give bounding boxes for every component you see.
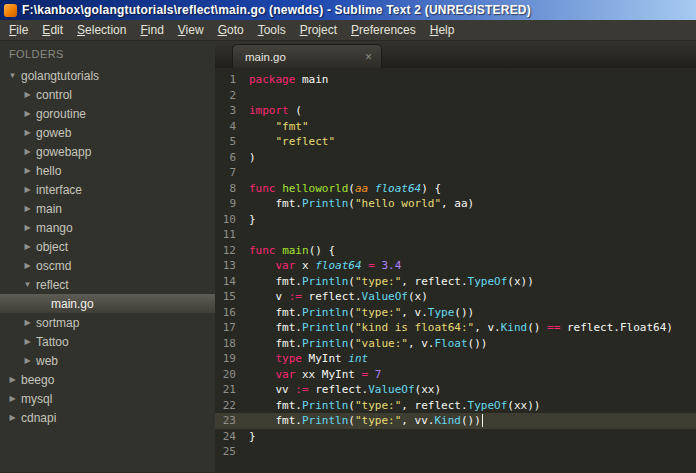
tree-item-web[interactable]: ▶web [0, 351, 215, 370]
code-text: fmt.Println("hello world", aa) [249, 196, 474, 212]
main-area: FOLDERS ▼golangtutorials▶control▶gorouti… [0, 41, 696, 472]
tree-item-cdnapi[interactable]: ▶cdnapi [0, 408, 215, 427]
code-line[interactable]: 25 [215, 444, 696, 460]
code-text: var xx MyInt = 7 [249, 367, 381, 383]
code-line[interactable]: 18 fmt.Println("value:", v.Float()) [215, 336, 696, 352]
code-line[interactable]: 13 var x float64 = 3.4 [215, 258, 696, 274]
triangle-right-icon[interactable]: ▶ [21, 356, 34, 365]
tree-item-label: control [36, 88, 72, 102]
line-number: 19 [215, 351, 249, 367]
code-line[interactable]: 20 var xx MyInt = 7 [215, 367, 696, 383]
tree-item-golangtutorials[interactable]: ▼golangtutorials [0, 66, 215, 85]
tree-item-goweb[interactable]: ▶goweb [0, 123, 215, 142]
triangle-right-icon[interactable]: ▶ [21, 204, 34, 213]
line-number: 8 [215, 181, 249, 197]
tab-main-go[interactable]: main.go × [232, 44, 382, 68]
code-line[interactable]: 8func helloworld(aa float64) { [215, 181, 696, 197]
tree-item-reflect[interactable]: ▼reflect [0, 275, 215, 294]
menu-item-help[interactable]: Help [423, 21, 462, 40]
triangle-down-icon[interactable]: ▼ [6, 71, 19, 80]
menu-item-file[interactable]: File [2, 21, 35, 40]
tree-item-label: cdnapi [21, 411, 56, 425]
menu-item-tools[interactable]: Tools [251, 21, 293, 40]
code-text: fmt.Println("type:", v.Type()) [249, 305, 474, 321]
tree-item-oscmd[interactable]: ▶oscmd [0, 256, 215, 275]
triangle-right-icon[interactable]: ▶ [21, 337, 34, 346]
triangle-right-icon[interactable]: ▶ [21, 128, 34, 137]
code-line[interactable]: 16 fmt.Println("type:", v.Type()) [215, 305, 696, 321]
menu-item-selection[interactable]: Selection [70, 21, 133, 40]
tree-item-gowebapp[interactable]: ▶gowebapp [0, 142, 215, 161]
code-line[interactable]: 9 fmt.Println("hello world", aa) [215, 196, 696, 212]
tree-item-tattoo[interactable]: ▶Tattoo [0, 332, 215, 351]
triangle-right-icon[interactable]: ▶ [6, 413, 19, 422]
tree-item-label: mysql [21, 392, 52, 406]
tree-item-goroutine[interactable]: ▶goroutine [0, 104, 215, 123]
title-bar[interactable]: F:\kanbox\golangtutorials\reflect\main.g… [0, 0, 696, 20]
triangle-right-icon[interactable]: ▶ [21, 109, 34, 118]
menu-item-project[interactable]: Project [293, 21, 344, 40]
tab-close-icon[interactable]: × [365, 51, 372, 63]
tree-item-object[interactable]: ▶object [0, 237, 215, 256]
code-line[interactable]: 21 vv := reflect.ValueOf(xx) [215, 382, 696, 398]
triangle-right-icon[interactable]: ▶ [21, 261, 34, 270]
menu-item-goto[interactable]: Goto [211, 21, 251, 40]
sublime-app-icon[interactable] [4, 4, 17, 17]
code-line[interactable]: 14 fmt.Println("type:", reflect.TypeOf(x… [215, 274, 696, 290]
code-text: func main() { [249, 243, 335, 259]
triangle-right-icon[interactable]: ▶ [21, 318, 34, 327]
tree-item-control[interactable]: ▶control [0, 85, 215, 104]
code-line[interactable]: 12func main() { [215, 243, 696, 259]
tree-item-label: hello [36, 164, 61, 178]
code-line[interactable]: 7 [215, 165, 696, 181]
line-number: 10 [215, 212, 249, 228]
code-line[interactable]: 19 type MyInt int [215, 351, 696, 367]
triangle-right-icon[interactable]: ▶ [6, 394, 19, 403]
triangle-right-icon[interactable]: ▶ [21, 223, 34, 232]
tree-item-main-go[interactable]: main.go [0, 294, 215, 313]
line-number: 22 [215, 398, 249, 414]
menu-item-edit[interactable]: Edit [35, 21, 70, 40]
tree-item-mango[interactable]: ▶mango [0, 218, 215, 237]
tree-item-hello[interactable]: ▶hello [0, 161, 215, 180]
triangle-right-icon[interactable]: ▶ [21, 242, 34, 251]
code-line[interactable]: 3import ( [215, 103, 696, 119]
triangle-right-icon[interactable]: ▶ [21, 147, 34, 156]
menu-item-view[interactable]: View [171, 21, 211, 40]
line-number: 18 [215, 336, 249, 352]
tree-item-label: main [36, 202, 62, 216]
line-number: 25 [215, 444, 249, 460]
code-line[interactable]: 17 fmt.Println("kind is float64:", v.Kin… [215, 320, 696, 336]
triangle-right-icon[interactable]: ▶ [21, 166, 34, 175]
tree-item-sortmap[interactable]: ▶sortmap [0, 313, 215, 332]
code-line[interactable]: 2 [215, 88, 696, 104]
line-number: 21 [215, 382, 249, 398]
code-line[interactable]: 22 fmt.Println("type:", reflect.TypeOf(x… [215, 398, 696, 414]
triangle-right-icon[interactable]: ▶ [21, 185, 34, 194]
code-line[interactable]: 5 "reflect" [215, 134, 696, 150]
code-line[interactable]: 1package main [215, 72, 696, 88]
tree-item-main[interactable]: ▶main [0, 199, 215, 218]
code-line[interactable]: 11 [215, 227, 696, 243]
menu-item-find[interactable]: Find [133, 21, 170, 40]
triangle-right-icon[interactable]: ▶ [6, 375, 19, 384]
tree-item-interface[interactable]: ▶interface [0, 180, 215, 199]
line-number: 14 [215, 274, 249, 290]
code-editor[interactable]: 1package main23import (4 "fmt"5 "reflect… [215, 68, 696, 472]
code-line[interactable]: 4 "fmt" [215, 119, 696, 135]
tree-item-beego[interactable]: ▶beego [0, 370, 215, 389]
code-line[interactable]: 6) [215, 150, 696, 166]
code-line[interactable]: 24} [215, 429, 696, 445]
code-line[interactable]: 23 fmt.Println("type:", vv.Kind()) [215, 413, 696, 429]
code-line[interactable]: 10} [215, 212, 696, 228]
tree-item-mysql[interactable]: ▶mysql [0, 389, 215, 408]
line-number: 5 [215, 134, 249, 150]
tree-item-label: reflect [36, 278, 69, 292]
menu-item-preferences[interactable]: Preferences [344, 21, 423, 40]
line-number: 16 [215, 305, 249, 321]
code-line[interactable]: 15 v := reflect.ValueOf(x) [215, 289, 696, 305]
triangle-down-icon[interactable]: ▼ [21, 280, 34, 289]
triangle-right-icon[interactable]: ▶ [21, 90, 34, 99]
tree-item-label: sortmap [36, 316, 79, 330]
code-text: } [249, 212, 256, 228]
